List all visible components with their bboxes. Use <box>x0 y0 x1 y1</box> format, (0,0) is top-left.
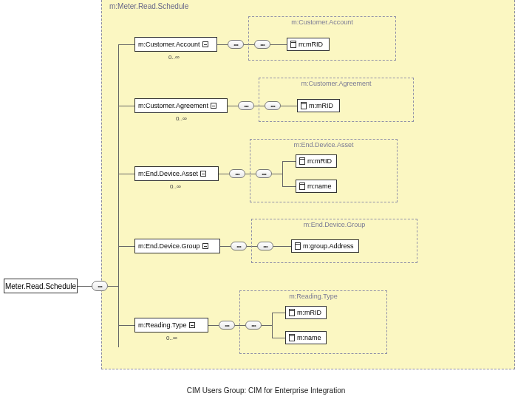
connector <box>118 246 134 247</box>
cardinality: 0..∞ <box>176 115 187 122</box>
group-title: m:End.Device.Group <box>304 221 366 228</box>
sequence-icon <box>219 321 235 330</box>
sequence-icon <box>229 169 245 178</box>
collapse-icon <box>200 171 206 177</box>
diagram-canvas: m:Meter.Read.Schedule Meter.Read.Schedul… <box>0 0 532 399</box>
cardinality: 0..∞ <box>168 54 180 61</box>
collapse-icon <box>202 243 208 249</box>
element-reading-type: m:Reading.Type <box>134 318 208 332</box>
element-label: m:Reading.Type <box>138 321 187 329</box>
connector <box>118 106 134 106</box>
root-element: Meter.Read.Schedule <box>4 279 78 293</box>
group-title: m:End.Device.Asset <box>293 141 353 149</box>
sequence-icon <box>231 242 247 250</box>
element-customer-account: m:Customer.Account <box>134 37 217 52</box>
connector <box>219 174 229 174</box>
connector <box>78 286 92 287</box>
schedule-title: m:Meter.Read.Schedule <box>109 2 188 10</box>
group-end-device-asset: m:End.Device.Asset <box>250 139 398 202</box>
collapse-icon <box>211 103 216 109</box>
group-reading-type: m:Reading.Type <box>239 290 387 354</box>
element-label: m:End.Device.Group <box>138 242 200 250</box>
spine-connector <box>118 44 119 347</box>
group-title: m:Customer.Account <box>291 18 353 26</box>
connector <box>108 286 118 287</box>
cardinality: 0..∞ <box>170 183 181 190</box>
collapse-icon <box>202 41 208 47</box>
root-label: Meter.Read.Schedule <box>5 282 76 290</box>
connector <box>220 246 231 247</box>
collapse-icon <box>189 322 195 328</box>
element-label: m:Customer.Agreement <box>138 102 208 109</box>
group-end-device-group: m:End.Device.Group <box>251 219 417 263</box>
connector <box>228 106 238 106</box>
element-label: m:End.Device.Asset <box>138 170 198 177</box>
connector <box>217 44 228 45</box>
connector <box>118 44 134 45</box>
group-title: m:Reading.Type <box>289 293 338 300</box>
element-end-device-asset: m:End.Device.Asset <box>134 166 219 181</box>
connector <box>118 325 134 326</box>
element-end-device-group: m:End.Device.Group <box>134 239 220 253</box>
cardinality: 0..∞ <box>166 335 177 341</box>
group-title: m:Customer.Agreement <box>301 80 371 87</box>
footer-text: CIM Users Group: CIM for Enterprise Inte… <box>0 386 532 395</box>
sequence-icon <box>92 281 108 291</box>
connector <box>208 325 219 326</box>
element-customer-agreement: m:Customer.Agreement <box>134 98 228 113</box>
group-customer-agreement: m:Customer.Agreement <box>259 78 414 122</box>
sequence-icon <box>238 101 254 110</box>
element-label: m:Customer.Account <box>138 41 200 48</box>
sequence-icon <box>228 40 244 49</box>
group-customer-account: m:Customer.Account <box>248 16 396 61</box>
connector <box>118 174 134 174</box>
